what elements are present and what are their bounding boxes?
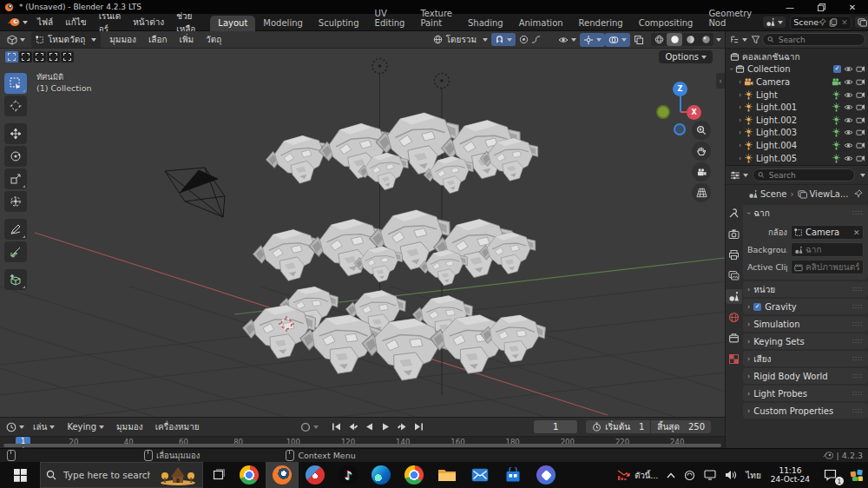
tool-transform[interactable] — [4, 191, 27, 212]
zoom-view-button[interactable] — [692, 121, 711, 140]
auto-keying-toggle[interactable] — [297, 420, 322, 434]
expand-chevron-icon[interactable]: › — [736, 91, 744, 99]
next-keyframe-button[interactable] — [395, 421, 410, 433]
gizmo-minus-z-axis[interactable] — [674, 123, 686, 135]
render-visibility-toggle[interactable] — [856, 64, 865, 74]
camera-field[interactable]: Camera ✕ — [791, 225, 864, 240]
tab-texture[interactable] — [726, 352, 742, 366]
panel-header-Rigid Body World[interactable]: ›Rigid Body World∷∷ — [743, 368, 868, 384]
shading-wireframe-button[interactable] — [651, 33, 667, 46]
panel-grip-icon[interactable]: ∷∷ — [852, 209, 863, 217]
play-button[interactable] — [378, 421, 393, 433]
snap-toggle[interactable] — [491, 33, 516, 46]
tab-scene[interactable] — [726, 289, 742, 304]
shading-solid-button[interactable] — [667, 33, 682, 46]
start-button[interactable] — [0, 462, 40, 488]
task-view-button[interactable] — [203, 462, 233, 488]
editor-type-button[interactable] — [3, 33, 29, 47]
orthographic-toggle-button[interactable] — [692, 183, 711, 202]
light-objects[interactable] — [372, 59, 450, 89]
taskbar-app-edge[interactable] — [365, 462, 398, 488]
taskbar-search-input[interactable] — [62, 469, 152, 481]
close-button[interactable]: ✕ — [837, 0, 868, 14]
outliner-row-collection[interactable]: ›Collection✓ — [727, 63, 868, 76]
overlays-dropdown[interactable] — [605, 33, 630, 47]
tool-add-cube[interactable] — [4, 269, 27, 290]
outliner-row-Camera[interactable]: ›Camera — [727, 76, 868, 89]
panel-grip-icon[interactable]: ∷∷ — [852, 390, 863, 398]
timeline-menu-เครื่องหมาย[interactable]: เครื่องหมาย — [149, 418, 206, 436]
hide-eye-toggle[interactable] — [844, 77, 853, 87]
outliner-row-Light.001[interactable]: ›Light.001 — [727, 101, 868, 114]
taskbar-app-tiktok[interactable]: ♪ — [332, 462, 365, 488]
navigation-gizmo[interactable]: Z X — [647, 64, 707, 125]
shading-rendered-button[interactable] — [698, 33, 713, 46]
suzanne-objects[interactable] — [241, 109, 547, 382]
viewport-canvas[interactable] — [0, 49, 725, 417]
tray-expand-button[interactable] — [662, 462, 680, 488]
panel-grip-icon[interactable]: ∷∷ — [852, 303, 863, 311]
camera-object[interactable] — [165, 168, 225, 217]
options-button[interactable]: Options — [659, 50, 713, 63]
outliner-display-mode[interactable] — [728, 33, 749, 46]
timeline-menu-เล่น[interactable]: เล่น — [27, 418, 61, 436]
hide-eye-toggle[interactable] — [844, 115, 853, 125]
viewlayer-type-button[interactable] — [855, 16, 868, 28]
blender-menu-button[interactable] — [3, 16, 31, 29]
gizmos-dropdown[interactable] — [580, 33, 605, 47]
outliner-row-scene-collection[interactable]: คอลเลกชันฉาก — [727, 50, 868, 63]
timeline-ruler[interactable]: 20406080100120140160180200220240 1 — [0, 436, 725, 448]
hide-eye-toggle[interactable] — [844, 154, 853, 163]
properties-editor-type[interactable] — [728, 169, 750, 181]
breadcrumb-scene[interactable]: Scene — [760, 189, 787, 199]
viewport-menu-มุมมอง[interactable]: มุมมอง — [103, 30, 142, 49]
menu-แก้ไข[interactable]: แก้ไข — [59, 13, 92, 31]
tray-display[interactable] — [700, 462, 720, 488]
panel-grip-icon[interactable]: ∷∷ — [852, 355, 863, 363]
tool-scale[interactable] — [4, 168, 27, 189]
gizmo-y-axis[interactable] — [656, 105, 670, 119]
current-frame-field[interactable]: 1 — [534, 420, 577, 433]
stock-widget[interactable]: ตัวนี้... — [613, 462, 662, 488]
scene-datablock[interactable]: Scene ✕ — [790, 16, 852, 30]
panel-header-เสียง[interactable]: ›เสียง∷∷ — [743, 351, 868, 366]
workspace-tab-Geometry Nod[interactable]: Geometry Nod — [700, 6, 760, 31]
panel-header-Light Probes[interactable]: ›Light Probes∷∷ — [743, 386, 868, 401]
proportional-edit-toggle[interactable] — [516, 33, 544, 46]
tab-viewlayer[interactable] — [726, 268, 742, 283]
taskbar-app-copilot[interactable] — [529, 462, 562, 488]
tool-rotate[interactable] — [4, 146, 27, 167]
panel-header-Simulation[interactable]: ›Simulation∷∷ — [743, 316, 868, 332]
frame-start-field[interactable]: เริ่มต้น 1 — [586, 420, 650, 433]
collection-checkbox[interactable]: ✓ — [833, 65, 841, 73]
minimize-button[interactable]: — — [774, 0, 806, 14]
panel-header-หน่วย[interactable]: ›หน่วย∷∷ — [743, 281, 868, 297]
panel-grip-icon[interactable]: ∷∷ — [852, 320, 863, 328]
jump-to-start-button[interactable] — [329, 421, 344, 433]
expand-chevron-icon[interactable]: › — [736, 155, 744, 162]
shading-material-button[interactable] — [682, 33, 698, 46]
background-scene-field[interactable]: ฉาก — [791, 242, 864, 257]
render-visibility-toggle[interactable] — [856, 128, 865, 137]
render-visibility-toggle[interactable] — [856, 77, 865, 87]
menu-หน้าต่าง[interactable]: หน้าต่าง — [127, 13, 170, 31]
transform-orientation-select[interactable]: โดยรวม — [430, 31, 491, 48]
hide-eye-toggle[interactable] — [844, 128, 853, 137]
workspace-tab-Sculpting[interactable]: Sculpting — [311, 16, 367, 31]
workspace-tab-Texture Paint[interactable]: Texture Paint — [412, 6, 460, 31]
viewport-menu-เลือก[interactable]: เลือก — [142, 30, 174, 49]
taskbar-app-blender[interactable] — [266, 462, 299, 488]
panel-header-Gravity[interactable]: ›✓Gravity∷∷ — [743, 299, 868, 314]
timeline-menu-Keying[interactable]: Keying — [61, 419, 110, 434]
tool-select-box[interactable] — [4, 73, 27, 94]
camera-view-button[interactable] — [692, 162, 711, 181]
workspace-tab-Modeling[interactable]: Modeling — [255, 16, 311, 31]
taskbar-clock[interactable]: 11:16 24-Oct-24 — [766, 466, 815, 484]
taskbar-app-mail[interactable] — [464, 462, 496, 488]
taskbar-app-chrome-2[interactable] — [398, 462, 431, 488]
workspace-tab-Animation[interactable]: Animation — [511, 16, 571, 31]
hide-eye-toggle[interactable] — [844, 90, 853, 100]
prev-keyframe-button[interactable] — [345, 421, 360, 433]
render-visibility-toggle[interactable] — [856, 90, 865, 100]
taskbar-app-store[interactable] — [496, 462, 529, 488]
